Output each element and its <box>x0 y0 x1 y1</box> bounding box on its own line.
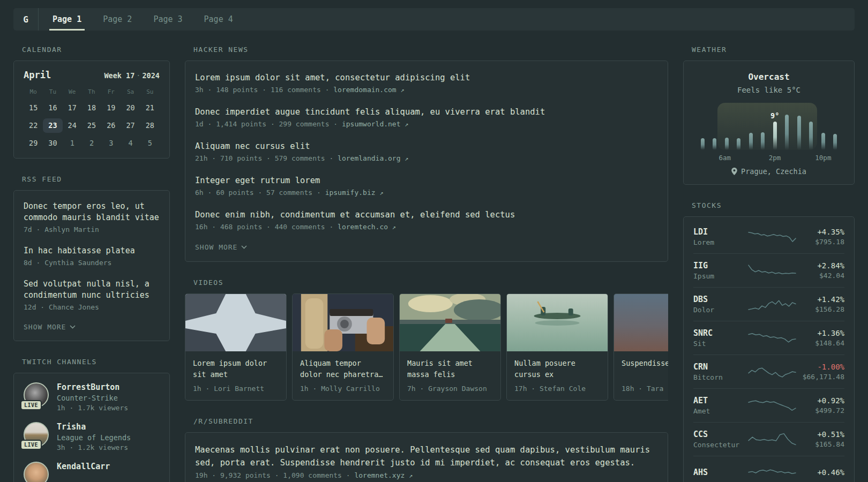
calendar-day: 21 <box>140 101 160 115</box>
channel-category: Counter-Strike <box>57 394 128 402</box>
hn-domain-link[interactable]: loremlandia.org <box>338 154 400 162</box>
hn-item-title[interactable]: Aliquam nec cursus elit <box>195 140 658 152</box>
video-title[interactable]: Mauris sit amet massa felis <box>407 358 493 380</box>
calendar-grid: MoTuWeThFrSaSu15161718192021222324252627… <box>24 88 160 150</box>
stock-row[interactable]: CRN Bitcorn -1.00% $66,171.48 <box>693 355 844 388</box>
rss-item-meta: 7d · Ashlyn Martin <box>24 225 160 234</box>
video-card[interactable]: Nullam posuere cursus ex 17h · Stefan Co… <box>506 293 608 401</box>
calendar-year: 2024 <box>142 71 160 80</box>
hn-item-title[interactable]: Donec enim nibh, condimentum et accumsan… <box>195 209 658 221</box>
hn-item-title[interactable]: Donec imperdiet augue tincidunt felis al… <box>195 106 658 118</box>
channel-name: KendallCarr <box>57 462 110 471</box>
stock-ticker: CCS <box>693 430 745 439</box>
stock-price: $795.18 <box>799 238 844 246</box>
stock-price: $156.28 <box>799 305 844 313</box>
hn-domain-link[interactable]: ipsumify.biz <box>325 189 376 197</box>
videos-row: Lorem ipsum dolor sit amet consectetu… 1… <box>185 293 668 401</box>
twitch-channel-row[interactable]: LIVE Trisha League of Legends 3h · 1.2k … <box>24 422 160 451</box>
dashboard-page: G Page 1 Page 2 Page 3 Page 4 CALENDAR A… <box>0 0 868 482</box>
video-title[interactable]: Suspendisse diam <box>622 358 668 380</box>
video-thumbnail[interactable] <box>400 294 500 351</box>
hn-item: Lorem ipsum dolor sit amet, consectetur … <box>195 72 658 94</box>
rss-item-title[interactable]: Donec tempor eros leo, ut commodo mauris… <box>24 201 160 223</box>
weather-bar <box>833 134 837 150</box>
hn-domain-link[interactable]: ipsumworld.net <box>342 120 401 128</box>
channel-viewers: 3h · 1.2k viewers <box>57 443 131 451</box>
rss-item-title[interactable]: Sed volutpat nulla nisl, a condimentum n… <box>24 278 160 301</box>
calendar-day: 29 <box>24 136 43 150</box>
stock-row[interactable]: CCS Consectetur +0.51% $165.84 <box>693 422 844 456</box>
hn-item: Integer eget rutrum lorem 6h · 60 points… <box>195 175 658 197</box>
calendar-month: April <box>24 70 51 80</box>
hn-meta-text: 3h · 148 points · 116 comments · <box>195 86 333 94</box>
subreddit-card: Maecenas mollis pulvinar erat non posuer… <box>185 432 668 482</box>
stock-row[interactable]: SNRC Sit +1.36% $148.64 <box>693 321 844 355</box>
video-card[interactable]: Mauris sit amet massa felis 7h · Grayson… <box>399 293 501 401</box>
hn-item-title[interactable]: Lorem ipsum dolor sit amet, consectetur … <box>195 72 658 84</box>
twitch-channel-row[interactable]: LIVE ForrestBurton Counter-Strike 1h · 1… <box>24 382 160 412</box>
location-text: Prague, Czechia <box>741 167 806 176</box>
stock-name: Sit <box>693 340 745 348</box>
subreddit-domain-link[interactable]: loremnet.xyz <box>354 471 405 479</box>
video-card[interactable]: Lorem ipsum dolor sit amet consectetu… 1… <box>185 293 287 401</box>
video-byline: 17h · Stefan Cole <box>514 385 600 393</box>
stocks-card: LDI Lorem +4.35% $795.18 IIG Ipsum <box>683 216 855 482</box>
stock-row[interactable]: DBS Dolor +1.42% $156.28 <box>693 287 844 321</box>
stock-ticker: DBS <box>693 295 745 304</box>
current-temp-label: 9° <box>770 111 779 120</box>
dot-separator: · <box>134 71 142 80</box>
weather-card: Overcast Feels like 5°C 9° 6am 2pm 10pm <box>683 61 855 185</box>
channel-category: League of Legends <box>57 433 131 442</box>
weather-widget: WEATHER Overcast Feels like 5°C 9° 6am 2… <box>683 46 855 185</box>
tab-page-1[interactable]: Page 1 <box>49 8 85 31</box>
stock-price: $42.04 <box>799 272 844 280</box>
video-thumbnail[interactable] <box>185 294 286 351</box>
middle-column: HACKER NEWS Lorem ipsum dolor sit amet, … <box>185 46 668 482</box>
stock-row[interactable]: AET Amet +0.92% $499.72 <box>693 388 844 422</box>
rss-item-title[interactable]: In hac habitasse platea <box>24 245 160 257</box>
weather-bar <box>785 115 789 150</box>
channel-name: ForrestBurton <box>57 382 128 392</box>
stock-name: Dolor <box>693 306 745 314</box>
hn-domain-link[interactable]: loremdomain.com <box>333 86 396 94</box>
tab-page-2[interactable]: Page 2 <box>100 8 135 31</box>
hn-domain-link[interactable]: loremtech.co <box>338 223 388 231</box>
video-title[interactable]: Lorem ipsum dolor sit amet consectetu… <box>193 358 279 380</box>
stock-price: $148.64 <box>799 339 844 347</box>
video-byline: 7h · Grayson Dawson <box>407 385 493 393</box>
external-link-icon: ↗ <box>379 189 383 197</box>
avatar <box>24 462 49 482</box>
rss-item: In hac habitasse platea 8d · Cynthia Sau… <box>24 245 160 267</box>
rss-show-more-button[interactable]: SHOW MORE <box>24 323 160 331</box>
video-card[interactable]: Suspendisse diam 18h · Tara <box>613 293 668 401</box>
stock-row[interactable]: IIG Ipsum +2.84% $42.04 <box>693 253 844 287</box>
tab-page-3[interactable]: Page 3 <box>150 8 185 31</box>
stocks-label: STOCKS <box>692 201 855 209</box>
hn-meta-text: 1d · 1,414 points · 299 comments · <box>195 120 342 128</box>
stock-row[interactable]: AHS +0.46% <box>693 456 844 482</box>
chevron-down-icon <box>70 325 76 329</box>
external-link-icon: ↗ <box>392 223 396 231</box>
show-more-label: SHOW MORE <box>24 323 66 331</box>
calendar-day: 17 <box>63 101 82 115</box>
video-thumbnail[interactable] <box>614 294 668 351</box>
calendar-day: 24 <box>63 118 82 133</box>
tab-page-4[interactable]: Page 4 <box>201 8 236 31</box>
video-title[interactable]: Nullam posuere cursus ex <box>514 358 600 380</box>
video-thumbnail[interactable] <box>293 294 393 351</box>
hn-item-meta: 21h · 710 points · 579 comments · loreml… <box>195 154 658 162</box>
subreddit-post: Maecenas mollis pulvinar erat non posuer… <box>195 443 658 479</box>
stock-sparkline <box>747 396 797 415</box>
stock-price: $499.72 <box>799 406 844 415</box>
hn-item-title[interactable]: Integer eget rutrum lorem <box>195 175 658 186</box>
stock-row[interactable]: LDI Lorem +4.35% $795.18 <box>693 220 844 253</box>
video-title[interactable]: Aliquam tempor dolor nec pharetra… <box>300 358 386 380</box>
live-badge: LIVE <box>20 400 42 410</box>
stock-change: +2.84% <box>799 261 844 270</box>
twitch-channel-row[interactable]: KendallCarr <box>24 462 160 482</box>
subreddit-post-title[interactable]: Maecenas mollis pulvinar erat non posuer… <box>195 443 658 469</box>
hn-show-more-button[interactable]: SHOW MORE <box>195 243 658 251</box>
video-thumbnail[interactable] <box>507 294 608 351</box>
video-card[interactable]: Aliquam tempor dolor nec pharetra… 1h · … <box>292 293 394 401</box>
weather-bar <box>749 133 753 150</box>
